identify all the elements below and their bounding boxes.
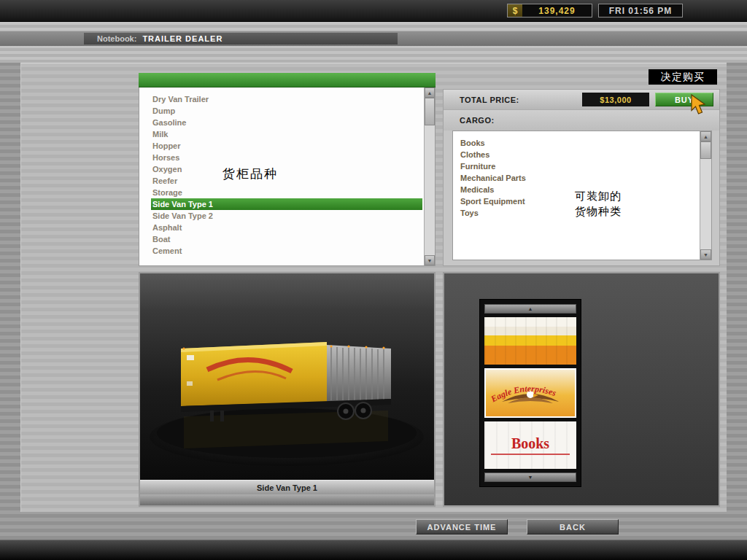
- scrollbar-track[interactable]: [700, 141, 711, 249]
- total-price-label: TOTAL PRICE:: [460, 96, 519, 104]
- skin-scroll-down-icon[interactable]: ▼: [484, 472, 576, 482]
- scroll-up-icon[interactable]: ▲: [425, 88, 435, 98]
- trailer-list-item[interactable]: Cement: [139, 245, 425, 257]
- cargo-list-item[interactable]: Mechanical Parts: [453, 172, 700, 184]
- skin-selector-panel: ▲ Eagle Enterprises Books: [443, 272, 720, 507]
- scroll-down-icon[interactable]: ▼: [700, 249, 711, 260]
- trailer-list-item[interactable]: Oxygen: [139, 163, 425, 175]
- books-underline: [491, 454, 570, 455]
- trailer-list: Dry Van Trailer Dump Gasoline Milk Hoppe…: [139, 88, 436, 266]
- cargo-list-item[interactable]: Clothes: [453, 149, 700, 160]
- purchase-panel: TOTAL PRICE: $13,000 BUY CARGO: Books Cl…: [443, 89, 720, 266]
- trailer-image: [140, 273, 434, 469]
- trailer-dealer-screen: $ 139,429 FRI 01:56 PM Notebook: TRAILER…: [0, 0, 747, 560]
- page-title: TRAILER DEALER: [142, 34, 222, 43]
- trailer-list-item[interactable]: Storage: [139, 187, 425, 198]
- trailer-list-item[interactable]: Milk: [139, 128, 425, 140]
- datetime-display: FRI 01:56 PM: [598, 4, 683, 18]
- trailer-list-item[interactable]: Gasoline: [139, 117, 425, 128]
- trailer-caption: Side Van Type 1: [140, 480, 434, 494]
- scrollbar-track[interactable]: [425, 98, 435, 255]
- notebook-title-bar: Notebook: TRAILER DEALER: [84, 33, 398, 44]
- trailer-list-item[interactable]: Horses: [139, 152, 425, 163]
- notebook-label: Notebook:: [97, 34, 136, 43]
- trailer-list-item-selected[interactable]: Side Van Type 1: [151, 198, 422, 210]
- trailer-list-item[interactable]: Asphalt: [139, 222, 425, 233]
- trailer-3d-view[interactable]: [140, 273, 434, 480]
- cargo-band: CARGO:: [444, 110, 719, 131]
- skin-books-label: Books: [511, 435, 549, 452]
- trailer-list-item[interactable]: Dump: [139, 105, 425, 117]
- scrollbar-thumb[interactable]: [700, 141, 711, 159]
- trailer-list-item[interactable]: Side Van Type 2: [139, 210, 425, 222]
- cargo-list-item[interactable]: Books: [453, 137, 700, 149]
- cargo-list-scrollbar[interactable]: ▲ ▼: [700, 131, 711, 260]
- skin-thumb-stripes[interactable]: [484, 317, 576, 365]
- trailer-list-header: [139, 73, 436, 88]
- notebook-bar: Notebook: TRAILER DEALER: [0, 31, 747, 46]
- trailer-list-item[interactable]: Reefer: [139, 175, 425, 187]
- trailer-preview-panel: Side Van Type 1: [139, 272, 436, 507]
- cargo-list-item[interactable]: Furniture: [453, 160, 700, 172]
- price-row: TOTAL PRICE: $13,000 BUY: [444, 90, 719, 110]
- advance-time-button[interactable]: ADVANCE TIME: [416, 519, 508, 534]
- scrollbar-thumb[interactable]: [425, 98, 435, 125]
- money-value: 139,429: [522, 4, 592, 17]
- trailer-list-item[interactable]: Hopper: [139, 140, 425, 152]
- trailer-list-scrollbar[interactable]: ▲ ▼: [424, 88, 435, 265]
- trailer-list-item[interactable]: Dry Van Trailer: [139, 93, 425, 105]
- scroll-up-icon[interactable]: ▲: [700, 131, 711, 141]
- skin-thumb-books[interactable]: Books: [484, 421, 576, 469]
- cargo-label: CARGO:: [460, 116, 495, 125]
- trailer-list-item[interactable]: Boat: [139, 233, 425, 245]
- skin-selector: ▲ Eagle Enterprises Books: [479, 299, 581, 487]
- dollar-icon: $: [508, 4, 522, 17]
- buy-annotation: 决定购买: [649, 69, 717, 85]
- trailer-list-rows: Dry Van Trailer Dump Gasoline Milk Hoppe…: [139, 88, 425, 257]
- scroll-down-icon[interactable]: ▼: [425, 255, 435, 265]
- back-button[interactable]: BACK: [527, 519, 619, 534]
- skin-scroll-up-icon[interactable]: ▲: [484, 304, 576, 314]
- top-status-bar: $ 139,429 FRI 01:56 PM: [0, 0, 747, 22]
- cursor-icon: [691, 94, 710, 117]
- total-price-value: $13,000: [582, 93, 649, 106]
- bottom-bar: [0, 540, 747, 560]
- cargo-annotation-line1: 可装卸的: [575, 188, 622, 203]
- skin-thumb-eagle-selected[interactable]: Eagle Enterprises: [484, 368, 576, 419]
- cargo-annotation: 可装卸的 货物种类: [575, 188, 622, 219]
- cargo-annotation-line2: 货物种类: [575, 203, 622, 219]
- money-display: $ 139,429: [507, 4, 592, 18]
- preview-bottom-strip: [140, 494, 434, 505]
- header-zone: Notebook: TRAILER DEALER: [0, 22, 747, 63]
- trailer-list-annotation: 货柜品种: [222, 166, 278, 182]
